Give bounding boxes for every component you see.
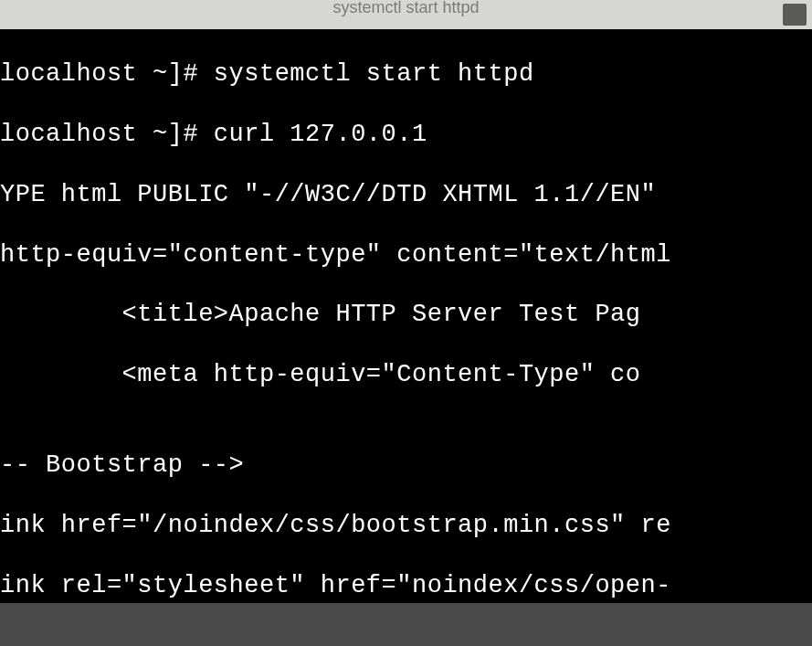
terminal-line: localhost ~]# curl 127.0.0.1 bbox=[0, 120, 812, 150]
terminal-line: YPE html PUBLIC "-//W3C//DTD XHTML 1.1//… bbox=[0, 180, 812, 210]
terminal-output[interactable]: localhost ~]# systemctl start httpd loca… bbox=[0, 29, 812, 603]
terminal-line: -- Bootstrap --> bbox=[0, 450, 812, 481]
terminal-line: ink href="/noindex/css/bootstrap.min.css… bbox=[0, 511, 812, 541]
bottom-panel bbox=[0, 603, 812, 646]
window-title-bar: systemctl start httpd bbox=[0, 0, 812, 29]
terminal-line: http-equiv="content-type" content="text/… bbox=[0, 240, 812, 270]
terminal-line: <meta http-equiv="Content-Type" co bbox=[0, 360, 812, 390]
terminal-line: localhost ~]# systemctl start httpd bbox=[0, 59, 812, 90]
window-control-button[interactable] bbox=[783, 4, 807, 26]
window-title: systemctl start httpd bbox=[332, 0, 479, 17]
terminal-line: <title>Apache HTTP Server Test Pag bbox=[0, 300, 812, 330]
terminal-line: ink rel="stylesheet" href="noindex/css/o… bbox=[0, 571, 812, 601]
